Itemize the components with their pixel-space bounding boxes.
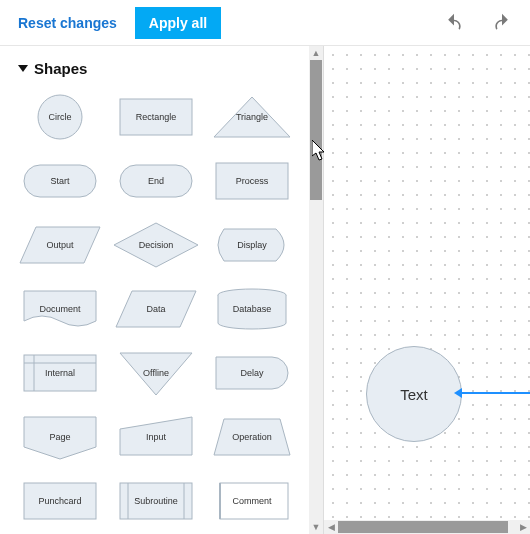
shape-punchcard[interactable]: Punchcard [14,475,106,527]
collapse-icon [18,65,28,72]
sidebar-scrollbar-thumb[interactable] [310,60,322,200]
shape-label: Data [146,304,165,314]
shape-rectangle[interactable]: Rectangle [110,91,202,143]
redo-button[interactable] [482,3,522,43]
shape-label: Start [50,176,69,186]
canvas-h-scrollbar[interactable]: ◀ ▶ [324,520,530,534]
shape-start[interactable]: Start [14,155,106,207]
shape-label: Rectangle [136,112,177,122]
shape-end[interactable]: End [110,155,202,207]
shapes-section-header[interactable]: Shapes [0,46,323,83]
shape-label: End [148,176,164,186]
undo-button[interactable] [434,3,474,43]
shape-label: Comment [232,496,271,506]
shape-decision[interactable]: Decision [110,219,202,271]
shape-label: Document [39,304,80,314]
shape-label: Database [233,304,272,314]
shape-label: Input [146,432,166,442]
shape-label: Process [236,176,269,186]
shape-label: Offline [143,368,169,378]
shape-label: Internal [45,368,75,378]
reset-changes-link[interactable]: Reset changes [8,9,127,37]
shapes-section-title: Shapes [34,60,87,77]
shape-delay[interactable]: Delay [206,347,298,399]
redo-icon [492,13,512,33]
canvas-node-circle[interactable]: Text [366,346,462,442]
apply-all-button[interactable]: Apply all [135,7,221,39]
shape-comment[interactable]: Comment [206,475,298,527]
shape-circle[interactable]: Circle [14,91,106,143]
shape-label: Operation [232,432,272,442]
shape-display[interactable]: Display [206,219,298,271]
shape-subroutine[interactable]: Subroutine [110,475,202,527]
hscroll-right-button[interactable]: ▶ [516,520,530,534]
toolbar: Reset changes Apply all [0,0,530,46]
hscroll-left-button[interactable]: ◀ [324,520,338,534]
shape-process[interactable]: Process [206,155,298,207]
shapes-grid: CircleRectangleTriangleStartEndProcessOu… [0,83,323,534]
diagram-canvas[interactable]: Text ◀ ▶ [324,46,530,534]
shape-label: Punchcard [38,496,81,506]
shape-internal[interactable]: Internal [14,347,106,399]
shape-label: Decision [139,240,174,250]
shape-label: Triangle [236,112,268,122]
shape-input[interactable]: Input [110,411,202,463]
scroll-down-button[interactable]: ▼ [309,520,323,534]
shapes-sidebar: Shapes CircleRectangleTriangleStartEndPr… [0,46,324,534]
shape-label: Page [49,432,70,442]
canvas-h-scrollbar-thumb[interactable] [338,521,508,533]
shape-data[interactable]: Data [110,283,202,335]
shape-offline[interactable]: Offline [110,347,202,399]
shape-document[interactable]: Document [14,283,106,335]
sidebar-scrollbar[interactable]: ▲ ▼ [309,46,323,534]
main-area: Shapes CircleRectangleTriangleStartEndPr… [0,46,530,534]
shape-label: Output [46,240,73,250]
shape-label: Circle [48,112,71,122]
shape-triangle[interactable]: Triangle [206,91,298,143]
shape-output[interactable]: Output [14,219,106,271]
shape-label: Display [237,240,267,250]
shape-operation[interactable]: Operation [206,411,298,463]
shape-database[interactable]: Database [206,283,298,335]
shape-label: Subroutine [134,496,178,506]
canvas-node-label: Text [400,386,428,403]
scroll-up-button[interactable]: ▲ [309,46,323,60]
shape-label: Delay [240,368,263,378]
undo-icon [444,13,464,33]
canvas-edge[interactable] [462,392,530,394]
shape-page[interactable]: Page [14,411,106,463]
